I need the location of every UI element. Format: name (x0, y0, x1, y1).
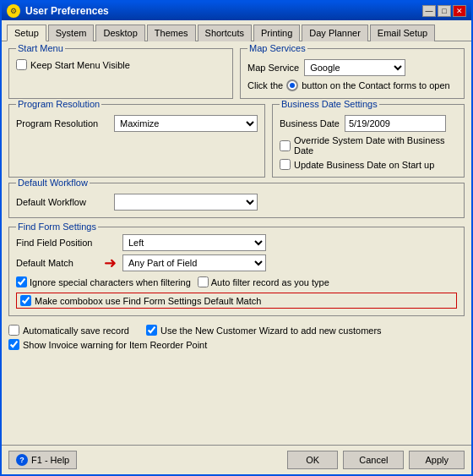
show-invoice-row: Show Invoice warning for Item Reorder Po… (8, 339, 465, 350)
combobox-checkbox[interactable] (20, 295, 31, 306)
auto-save-label: Automatically save record (23, 326, 129, 336)
default-workflow-group: Default Workflow Default Workflow (8, 183, 465, 218)
default-workflow-select[interactable] (114, 194, 258, 211)
cancel-button[interactable]: Cancel (343, 451, 404, 469)
tab-bar: Setup System Desktop Themes Shortcuts Pr… (2, 20, 471, 41)
tab-email-setup[interactable]: Email Setup (370, 25, 435, 41)
auto-save-row: Automatically save record (8, 325, 129, 336)
map-service-field-label: Map Service (247, 63, 299, 73)
start-menu-label: Start Menu (16, 43, 65, 53)
minimize-button[interactable]: — (422, 5, 436, 17)
title-bar-left: ⚙ User Preferences (7, 4, 109, 18)
find-position-label: Find Field Position (16, 238, 117, 248)
map-service-row: Map Service Google Bing MapQuest (247, 59, 457, 76)
map-service-select[interactable]: Google Bing MapQuest (304, 59, 405, 76)
show-invoice-checkbox[interactable] (8, 339, 19, 350)
arrow-icon: ➜ (104, 254, 117, 272)
new-customer-label: Use the New Customer Wizard to add new c… (160, 326, 382, 336)
business-date-group: Business Date Settings Business Date Ove… (272, 104, 465, 178)
maximize-button[interactable]: □ (438, 5, 451, 17)
auto-filter-checkbox[interactable] (198, 276, 209, 287)
update-date-checkbox[interactable] (280, 159, 291, 170)
default-match-container: Default Match ➜ Any Part of Field Beginn… (16, 254, 457, 271)
user-preferences-window: ⚙ User Preferences — □ ✕ Setup System De… (0, 0, 473, 476)
main-content: Start Menu Keep Start Menu Visible Map S… (2, 41, 471, 445)
tab-themes[interactable]: Themes (147, 25, 196, 41)
program-resolution-field-label: Program Resolution (16, 118, 109, 129)
auto-filter-row: Auto filter record as you type (198, 276, 329, 287)
new-customer-checkbox[interactable] (146, 325, 157, 336)
filter-checkboxes-row: Ignore special characters when filtering… (16, 276, 457, 287)
start-menu-group: Start Menu Keep Start Menu Visible (8, 48, 233, 99)
find-form-label: Find Form Settings (16, 222, 98, 232)
window-title: User Preferences (25, 5, 109, 17)
apply-button[interactable]: Apply (409, 451, 465, 469)
program-resolution-row: Program Resolution Maximize Normal Minim… (16, 115, 258, 132)
map-services-label: Map Services (247, 43, 307, 53)
button-text: button on the Contact forms to open (302, 80, 450, 90)
bottom-row-1: Automatically save record Use the New Cu… (8, 325, 465, 336)
tab-desktop[interactable]: Desktop (95, 25, 144, 41)
show-invoice-label: Show Invoice warning for Item Reorder Po… (23, 340, 207, 350)
override-date-text: Override System Date with Business Date (294, 135, 457, 156)
update-date-row: Update Business Date on Start up (280, 159, 457, 170)
business-date-input[interactable] (345, 115, 446, 132)
default-match-select[interactable]: Any Part of Field Beginning of Field Exa… (122, 254, 266, 271)
program-resolution-label: Program Resolution (16, 99, 101, 109)
help-icon: ? (16, 454, 28, 466)
mid-row: Program Resolution Program Resolution Ma… (8, 104, 465, 178)
program-resolution-group: Program Resolution Program Resolution Ma… (8, 104, 265, 178)
program-resolution-select[interactable]: Maximize Normal Minimize (114, 115, 258, 132)
ok-button[interactable]: OK (287, 451, 338, 469)
title-controls: — □ ✕ (422, 5, 466, 17)
help-button[interactable]: ? F1 - Help (8, 451, 77, 469)
new-customer-row: Use the New Customer Wizard to add new c… (146, 325, 382, 336)
tab-day-planner[interactable]: Day Planner (302, 25, 368, 41)
map-services-group: Map Services Map Service Google Bing Map… (240, 48, 465, 99)
update-date-text: Update Business Date on Start up (294, 160, 434, 170)
tab-printing[interactable]: Printing (253, 25, 300, 41)
ignore-special-row: Ignore special characters when filtering (16, 276, 191, 287)
radio-indicator (286, 79, 298, 91)
match-select-wrapper: ➜ Any Part of Field Beginning of Field E… (122, 254, 266, 271)
ignore-special-checkbox[interactable] (16, 276, 27, 287)
title-bar: ⚙ User Preferences — □ ✕ (2, 2, 471, 20)
combobox-checkbox-row: Make combobox use Find Form Settings Def… (16, 293, 457, 309)
tab-shortcuts[interactable]: Shortcuts (198, 25, 252, 41)
override-date-checkbox[interactable] (280, 140, 291, 151)
window-icon: ⚙ (7, 4, 20, 18)
business-date-row: Business Date (280, 115, 457, 132)
find-field-position-row: Find Field Position Left Right Top Botto… (16, 234, 457, 251)
find-position-select[interactable]: Left Right Top Bottom (122, 234, 266, 251)
auto-filter-label: Auto filter record as you type (211, 277, 329, 287)
click-text: Click the (247, 80, 283, 90)
default-workflow-row: Default Workflow (16, 194, 457, 211)
top-row: Start Menu Keep Start Menu Visible Map S… (8, 48, 465, 99)
business-date-label: Business Date Settings (280, 99, 379, 109)
keep-start-menu-checkbox[interactable] (16, 59, 27, 70)
combobox-label: Make combobox use Find Form Settings Def… (35, 296, 261, 306)
footer: ? F1 - Help OK Cancel Apply (2, 445, 471, 474)
default-workflow-label: Default Workflow (16, 178, 90, 188)
find-form-group: Find Form Settings Find Field Position L… (8, 227, 465, 316)
override-date-row: Override System Date with Business Date (280, 135, 457, 156)
ignore-special-label: Ignore special characters when filtering (30, 277, 191, 287)
tab-system[interactable]: System (48, 25, 95, 41)
default-workflow-field-label: Default Workflow (16, 197, 109, 207)
close-button[interactable]: ✕ (453, 5, 466, 17)
keep-start-menu-text: Keep Start Menu Visible (30, 60, 130, 70)
help-label: F1 - Help (31, 455, 69, 465)
keep-start-menu-row: Keep Start Menu Visible (16, 59, 226, 70)
tab-setup[interactable]: Setup (7, 25, 46, 41)
footer-right: OK Cancel Apply (287, 451, 465, 469)
business-date-field-label: Business Date (280, 118, 340, 129)
auto-save-checkbox[interactable] (8, 325, 19, 336)
find-form-inner: Find Field Position Left Right Top Botto… (16, 234, 457, 309)
click-row: Click the button on the Contact forms to… (247, 79, 457, 91)
bottom-checkboxes: Automatically save record Use the New Cu… (8, 321, 465, 353)
default-match-label: Default Match (16, 258, 117, 268)
